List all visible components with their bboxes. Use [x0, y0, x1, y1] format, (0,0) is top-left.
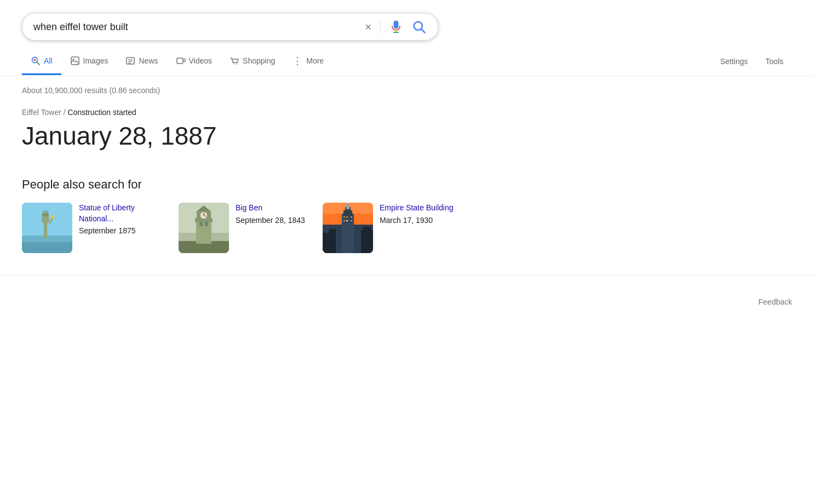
tab-more[interactable]: ⋮ More [284, 47, 333, 76]
empire-info: Empire State Building March 17, 1930 [380, 203, 454, 225]
people-search-title: People also search for [22, 177, 792, 192]
svg-point-15 [236, 64, 237, 65]
feedback-row: Feedback [0, 275, 814, 315]
svg-rect-18 [22, 242, 72, 253]
mic-icon[interactable] [389, 20, 403, 33]
settings-link[interactable]: Settings [712, 49, 757, 73]
bigben-svg [179, 203, 229, 253]
main-answer: January 28, 1887 [22, 121, 792, 151]
svg-rect-13 [177, 58, 183, 64]
svg-rect-7 [71, 57, 79, 65]
empire-svg [323, 203, 373, 253]
bigben-thumb [179, 203, 229, 253]
search-button-icon[interactable] [411, 19, 427, 35]
all-search-icon [31, 56, 41, 66]
statue-svg [22, 203, 72, 253]
bigben-date: September 28, 1843 [236, 216, 305, 225]
tab-more-label: More [306, 56, 324, 65]
videos-icon [176, 56, 186, 66]
tab-news[interactable]: News [117, 48, 167, 75]
statue-date: September 1875 [79, 226, 161, 235]
svg-point-23 [51, 215, 54, 219]
svg-rect-49 [346, 216, 348, 217]
statue-link[interactable]: Statue of Liberty National... [79, 203, 161, 224]
svg-rect-42 [363, 227, 371, 253]
breadcrumb: Eiffel Tower / Construction started [22, 108, 792, 117]
svg-rect-40 [329, 229, 336, 253]
svg-point-6 [34, 59, 36, 61]
list-item[interactable]: Big Ben September 28, 1843 [179, 203, 305, 253]
tools-link[interactable]: Tools [756, 49, 792, 73]
search-bar: when eiffel tower built × [22, 13, 438, 41]
people-search-items: Statue of Liberty National... September … [22, 203, 792, 253]
breadcrumb-main: Eiffel Tower [22, 108, 61, 117]
svg-rect-46 [346, 204, 349, 209]
result-count: About 10,900,000 results (0.86 seconds) [0, 76, 814, 99]
divider [380, 20, 381, 33]
breadcrumb-separator: / [64, 108, 68, 117]
search-icons: × [365, 19, 427, 35]
svg-line-3 [421, 29, 425, 32]
search-input[interactable]: when eiffel tower built [33, 21, 365, 33]
empire-thumb-image [323, 203, 373, 253]
tab-all[interactable]: All [22, 48, 61, 75]
featured-snippet: Eiffel Tower / Construction started Janu… [0, 99, 814, 160]
svg-point-14 [233, 64, 234, 65]
svg-rect-50 [351, 216, 352, 217]
statue-of-liberty-thumb [22, 203, 72, 253]
people-also-search: People also search for [0, 160, 814, 253]
svg-rect-52 [346, 220, 348, 221]
nav-tabs: All Images News Videos [0, 47, 814, 76]
empire-link[interactable]: Empire State Building [380, 203, 454, 214]
more-dots-icon: ⋮ [293, 55, 303, 67]
empire-thumb [323, 203, 373, 253]
tab-news-label: News [139, 56, 158, 65]
images-icon [70, 56, 80, 66]
tab-images-label: Images [83, 56, 108, 65]
statue-thumb-image [22, 203, 72, 253]
tab-videos-label: Videos [189, 56, 213, 65]
svg-rect-27 [196, 219, 211, 244]
svg-rect-53 [351, 220, 352, 221]
tab-videos[interactable]: Videos [167, 48, 221, 75]
list-item[interactable]: Empire State Building March 17, 1930 [323, 203, 454, 253]
tab-all-label: All [44, 56, 53, 65]
svg-rect-43 [342, 214, 354, 253]
shopping-icon [230, 56, 239, 66]
svg-line-5 [37, 62, 40, 65]
feedback-link[interactable]: Feedback [759, 297, 792, 306]
tab-shopping[interactable]: Shopping [221, 48, 284, 75]
clear-icon[interactable]: × [365, 21, 371, 33]
svg-rect-48 [343, 216, 345, 217]
list-item[interactable]: Statue of Liberty National... September … [22, 203, 161, 253]
bigben-link[interactable]: Big Ben [236, 203, 305, 214]
tab-images[interactable]: Images [61, 48, 117, 75]
breadcrumb-sub: Construction started [68, 108, 136, 117]
svg-rect-51 [343, 220, 345, 221]
svg-rect-35 [205, 222, 208, 226]
news-icon [125, 56, 135, 66]
statue-info: Statue of Liberty National... September … [79, 203, 161, 235]
tab-shopping-label: Shopping [243, 56, 275, 65]
svg-rect-34 [199, 222, 203, 226]
bigben-info: Big Ben September 28, 1843 [236, 203, 305, 225]
svg-rect-21 [42, 214, 49, 216]
search-bar-container: when eiffel tower built × [0, 0, 814, 41]
empire-date: March 17, 1930 [380, 216, 454, 225]
bigben-thumb-image [179, 203, 229, 253]
